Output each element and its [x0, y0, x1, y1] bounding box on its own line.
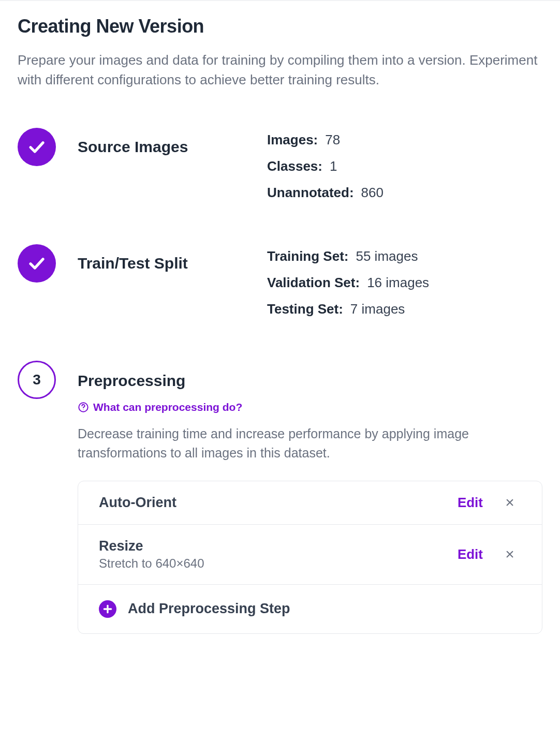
preprocessing-item-resize: Resize Stretch to 640×640 Edit ×: [78, 525, 542, 585]
check-icon: [18, 128, 56, 166]
classes-value: 1: [330, 158, 337, 174]
validation-set-value: 16 images: [367, 275, 429, 291]
step-source-images: Source Images Images: 78 Classes: 1 Unan…: [18, 131, 542, 211]
item-title: Resize: [99, 538, 442, 554]
step-number: 3: [33, 372, 41, 388]
unannotated-label: Unannotated:: [267, 185, 354, 201]
add-step-label: Add Preprocessing Step: [128, 601, 290, 617]
step-title: Train/Test Split: [78, 255, 252, 272]
unannotated-value: 860: [361, 185, 384, 201]
preprocessing-steps-list: Auto-Orient Edit × Resize Stretch to 640…: [78, 481, 542, 634]
images-value: 78: [325, 132, 340, 148]
step-train-test-split: Train/Test Split Training Set: 55 images…: [18, 247, 542, 328]
help-link-text: What can preprocessing do?: [93, 401, 242, 413]
edit-button[interactable]: Edit: [452, 546, 488, 562]
item-title: Auto-Orient: [99, 495, 442, 511]
classes-label: Classes:: [267, 158, 322, 174]
close-icon: ×: [505, 545, 514, 562]
validation-set-label: Validation Set:: [267, 275, 360, 291]
training-set-label: Training Set:: [267, 248, 348, 264]
item-subtitle: Stretch to 640×640: [99, 556, 442, 571]
images-label: Images:: [267, 132, 318, 148]
testing-set-value: 7 images: [350, 301, 405, 317]
question-circle-icon: [78, 402, 89, 413]
edit-button[interactable]: Edit: [452, 495, 488, 511]
check-icon: [18, 244, 56, 283]
preprocessing-description: Decrease training time and increase perf…: [78, 424, 542, 462]
remove-button[interactable]: ×: [498, 546, 521, 562]
step-number-badge: 3: [18, 361, 56, 399]
step-title: Source Images: [78, 138, 252, 156]
preprocessing-item-auto-orient: Auto-Orient Edit ×: [78, 481, 542, 525]
training-set-value: 55 images: [356, 248, 418, 264]
page-description: Prepare your images and data for trainin…: [18, 51, 542, 90]
close-icon: ×: [505, 494, 514, 511]
remove-button[interactable]: ×: [498, 495, 521, 510]
step-title: Preprocessing: [78, 372, 542, 390]
page-title: Creating New Version: [18, 16, 542, 37]
preprocessing-help-link[interactable]: What can preprocessing do?: [78, 401, 242, 413]
add-preprocessing-step-button[interactable]: Add Preprocessing Step: [78, 585, 542, 633]
step-preprocessing: 3 Preprocessing What can preprocessing d…: [18, 364, 542, 634]
svg-point-1: [83, 409, 83, 410]
plus-circle-icon: [99, 600, 116, 618]
testing-set-label: Testing Set:: [267, 301, 343, 317]
